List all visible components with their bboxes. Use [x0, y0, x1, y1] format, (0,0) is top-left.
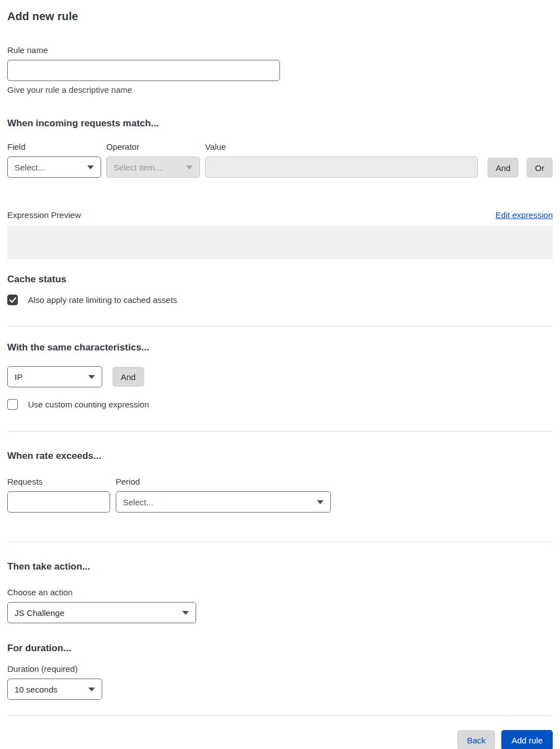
expression-preview-box	[7, 226, 553, 259]
characteristic-and-button[interactable]: And	[112, 367, 144, 387]
rate-heading: When rate exceeds...	[7, 451, 553, 462]
duration-heading: For duration...	[7, 643, 553, 654]
duration-label: Duration (required)	[7, 664, 553, 674]
period-column: Period Select...	[116, 477, 331, 513]
action-select-value: JS Challenge	[15, 608, 64, 618]
cache-status-heading: Cache status	[7, 274, 553, 285]
duration-select[interactable]: 10 seconds	[7, 679, 102, 700]
characteristics-heading: With the same characteristics...	[7, 342, 553, 353]
duration-select-value: 10 seconds	[15, 685, 58, 694]
add-rule-button[interactable]: Add rule	[501, 730, 553, 749]
chevron-down-icon	[87, 165, 94, 169]
rate-row: Requests Period Select...	[7, 477, 553, 513]
characteristic-select-value: IP	[15, 372, 22, 382]
operator-select-value: Select item...	[113, 163, 162, 172]
action-heading: Then take action...	[7, 561, 553, 572]
period-label: Period	[116, 477, 331, 486]
custom-counting-label[interactable]: Use custom counting expression	[28, 400, 149, 409]
expression-row: Expression Preview Edit expression	[7, 210, 553, 220]
field-select-value: Select...	[15, 163, 45, 172]
footer-divider	[7, 715, 553, 716]
edit-expression-link[interactable]: Edit expression	[495, 210, 553, 220]
footer-actions: Back Add rule	[7, 730, 553, 749]
chevron-down-icon	[182, 611, 189, 615]
chevron-down-icon	[88, 375, 95, 379]
add-rule-form: Add new rule Rule name Give your rule a …	[0, 0, 560, 749]
and-button[interactable]: And	[487, 158, 519, 178]
field-column: Field Select...	[7, 142, 101, 178]
requests-label: Requests	[7, 477, 110, 486]
operator-column: Operator Select item...	[106, 142, 200, 178]
expression-preview-label: Expression Preview	[7, 210, 81, 220]
section-divider	[7, 542, 553, 542]
period-select[interactable]: Select...	[116, 491, 331, 513]
cache-checkbox-row: Also apply rate limiting to cached asset…	[7, 295, 553, 305]
custom-counting-checkbox[interactable]	[7, 399, 18, 410]
check-icon	[10, 297, 16, 303]
cached-assets-label[interactable]: Also apply rate limiting to cached asset…	[28, 295, 177, 305]
match-section-heading: When incoming requests match...	[7, 118, 553, 129]
field-label: Field	[7, 142, 101, 151]
rule-name-input[interactable]	[7, 60, 280, 81]
match-builder-row: Field Select... Operator Select item... …	[7, 142, 553, 178]
section-divider	[7, 431, 553, 432]
field-select[interactable]: Select...	[7, 157, 101, 178]
chevron-down-icon	[186, 165, 193, 169]
value-column: Value	[205, 142, 478, 178]
counting-expression-row: Use custom counting expression	[7, 399, 553, 410]
period-select-value: Select...	[123, 497, 153, 507]
requests-input[interactable]	[7, 491, 110, 513]
characteristics-row: IP And	[7, 366, 553, 387]
section-divider	[7, 326, 553, 326]
rule-name-label: Rule name	[7, 45, 553, 55]
action-select[interactable]: JS Challenge	[7, 602, 196, 623]
chevron-down-icon	[317, 500, 324, 504]
or-button[interactable]: Or	[526, 158, 553, 178]
page-title: Add new rule	[7, 10, 553, 23]
cached-assets-checkbox[interactable]	[7, 295, 18, 305]
chevron-down-icon	[88, 688, 95, 691]
logic-buttons: And Or	[487, 158, 553, 178]
characteristic-select[interactable]: IP	[7, 366, 102, 387]
rule-name-helper: Give your rule a descriptive name	[7, 85, 553, 94]
requests-column: Requests	[7, 477, 110, 513]
operator-label: Operator	[106, 142, 200, 151]
operator-select: Select item...	[106, 157, 200, 178]
value-input	[205, 157, 478, 178]
back-button[interactable]: Back	[457, 730, 495, 749]
value-label: Value	[205, 142, 478, 151]
action-label: Choose an action	[7, 587, 553, 597]
